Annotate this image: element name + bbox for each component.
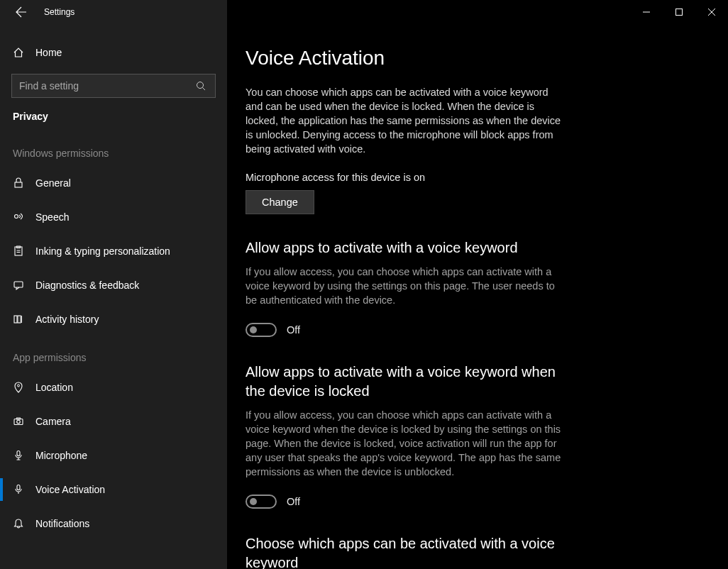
search-input[interactable]	[19, 80, 194, 92]
change-button[interactable]: Change	[246, 190, 314, 214]
sidebar-item-diagnostics[interactable]: Diagnostics & feedback	[0, 268, 227, 302]
location-icon	[13, 382, 24, 393]
group-app-permissions: App permissions	[0, 352, 227, 363]
history-icon	[13, 314, 24, 325]
toggle-row-1: Off	[246, 323, 700, 337]
nav-list-windows: General Speech Inking & typing personali…	[0, 166, 227, 336]
search-box[interactable]	[11, 74, 216, 98]
close-icon	[708, 9, 715, 16]
sidebar-item-label: Inking & typing personalization	[35, 245, 170, 257]
section1-desc: If you allow access, you can choose whic…	[246, 265, 565, 307]
sidebar-item-label: Microphone	[35, 450, 87, 461]
home-button[interactable]: Home	[0, 38, 227, 67]
lock-icon	[13, 177, 24, 189]
svg-rect-1	[676, 9, 683, 16]
section2-desc: If you allow access, you can choose whic…	[246, 408, 565, 479]
svg-point-4	[197, 82, 204, 89]
svg-line-5	[203, 88, 206, 91]
maximize-icon	[675, 9, 683, 16]
svg-rect-20	[17, 451, 20, 456]
clipboard-icon	[13, 245, 24, 257]
sidebar-item-inking[interactable]: Inking & typing personalization	[0, 234, 227, 268]
sidebar-item-activity[interactable]: Activity history	[0, 302, 227, 336]
sidebar-item-label: Voice Activation	[35, 484, 105, 495]
sidebar-item-label: Activity history	[35, 314, 99, 325]
svg-rect-21	[17, 485, 20, 490]
svg-rect-14	[18, 316, 21, 323]
back-button[interactable]	[11, 2, 31, 22]
sidebar-item-notifications[interactable]: Notifications	[0, 507, 227, 541]
toggle-allow-voice-keyword[interactable]	[246, 323, 277, 337]
titlebar: Settings	[0, 0, 728, 24]
sidebar: Home Privacy Windows permissions General…	[0, 24, 227, 569]
sidebar-item-camera[interactable]: Camera	[0, 404, 227, 438]
bell-icon	[13, 518, 24, 529]
section1-title: Allow apps to activate with a voice keyw…	[246, 238, 565, 258]
back-arrow-icon	[16, 6, 27, 18]
speech-icon	[13, 211, 24, 223]
nav-list-app: Location Camera Microphone Voice Activat…	[0, 370, 227, 541]
sidebar-item-voice-activation[interactable]: Voice Activation	[0, 473, 227, 507]
main-content: Voice Activation You can choose which ap…	[227, 24, 728, 569]
sidebar-item-label: Location	[35, 382, 73, 393]
sidebar-item-label: Speech	[35, 211, 69, 223]
sidebar-item-label: Notifications	[35, 518, 89, 529]
minimize-button[interactable]	[630, 1, 663, 23]
close-button[interactable]	[695, 1, 728, 23]
mic-status: Microphone access for this device is on	[246, 172, 700, 183]
intro-text: You can choose which apps can be activat…	[246, 85, 565, 156]
section2-title: Allow apps to activate with a voice keyw…	[246, 363, 565, 401]
sidebar-item-label: Camera	[35, 416, 71, 427]
titlebar-left: Settings	[0, 0, 227, 24]
home-icon	[13, 47, 24, 58]
sidebar-item-microphone[interactable]: Microphone	[0, 438, 227, 473]
section3-title: Choose which apps can be activated with …	[246, 534, 565, 569]
sidebar-item-location[interactable]: Location	[0, 370, 227, 404]
sidebar-item-label: Diagnostics & feedback	[35, 280, 139, 291]
svg-point-18	[17, 420, 21, 424]
minimize-icon	[643, 9, 650, 16]
home-label: Home	[35, 47, 62, 58]
sidebar-item-speech[interactable]: Speech	[0, 200, 227, 234]
toggle-allow-voice-locked[interactable]	[246, 495, 277, 509]
maximize-button[interactable]	[663, 1, 695, 23]
toggle-label: Off	[287, 324, 300, 336]
page-title: Voice Activation	[246, 47, 700, 70]
svg-point-16	[18, 385, 20, 387]
voice-icon	[13, 484, 24, 495]
group-windows-permissions: Windows permissions	[0, 148, 227, 159]
microphone-icon	[13, 450, 24, 461]
sidebar-item-label: General	[35, 177, 71, 189]
feedback-icon	[13, 280, 24, 291]
svg-rect-12	[14, 282, 23, 287]
titlebar-right	[227, 0, 728, 24]
toggle-label: Off	[287, 496, 300, 507]
svg-rect-6	[15, 182, 22, 187]
svg-point-7	[15, 215, 18, 219]
search-icon	[194, 79, 208, 93]
svg-rect-13	[14, 316, 17, 323]
section-label: Privacy	[0, 111, 227, 122]
camera-icon	[13, 416, 24, 427]
app-title: Settings	[44, 7, 75, 17]
sidebar-item-general[interactable]: General	[0, 166, 227, 200]
toggle-row-2: Off	[246, 495, 700, 509]
